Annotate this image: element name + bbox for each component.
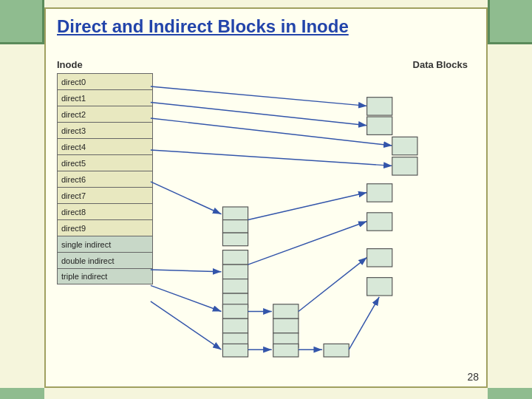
svg-rect-34 — [273, 344, 299, 357]
svg-rect-17 — [222, 318, 248, 333]
svg-rect-9 — [222, 250, 248, 265]
page-number: 28 — [467, 371, 479, 383]
corner-decoration-tr — [488, 0, 532, 44]
svg-rect-28 — [222, 220, 248, 233]
svg-line-14 — [248, 222, 367, 265]
svg-line-39 — [349, 297, 379, 349]
svg-rect-11 — [222, 279, 248, 294]
svg-rect-6 — [392, 137, 417, 154]
svg-line-13 — [151, 270, 222, 272]
svg-rect-36 — [324, 344, 349, 357]
svg-line-1 — [151, 86, 367, 106]
svg-rect-21 — [273, 318, 299, 333]
svg-line-24 — [299, 257, 367, 311]
svg-rect-29 — [222, 233, 248, 246]
svg-rect-27 — [222, 207, 248, 220]
corner-decoration-bl — [0, 388, 44, 399]
svg-rect-15 — [367, 213, 392, 231]
svg-rect-31 — [367, 184, 392, 202]
svg-rect-20 — [273, 304, 299, 319]
svg-rect-25 — [367, 249, 392, 267]
svg-line-30 — [248, 192, 367, 219]
svg-rect-16 — [222, 304, 248, 319]
svg-rect-4 — [367, 117, 392, 134]
corner-decoration-br — [488, 388, 532, 399]
svg-line-33 — [151, 301, 222, 349]
svg-line-19 — [151, 285, 222, 311]
svg-line-26 — [151, 182, 222, 214]
main-content: Direct and Indirect Blocks in Inode Inod… — [44, 7, 488, 388]
slide-title: Direct and Indirect Blocks in Inode — [57, 16, 475, 37]
corner-decoration-tl — [0, 0, 44, 44]
svg-line-7 — [151, 150, 392, 166]
svg-rect-8 — [392, 157, 417, 175]
svg-line-5 — [151, 118, 392, 146]
svg-rect-2 — [367, 98, 392, 115]
diagram-area: Inode direct0direct1direct2direct3direct… — [57, 44, 475, 369]
svg-rect-38 — [367, 278, 392, 296]
svg-rect-10 — [222, 265, 248, 279]
svg-rect-32 — [222, 344, 248, 357]
diagram-svg — [57, 44, 475, 369]
